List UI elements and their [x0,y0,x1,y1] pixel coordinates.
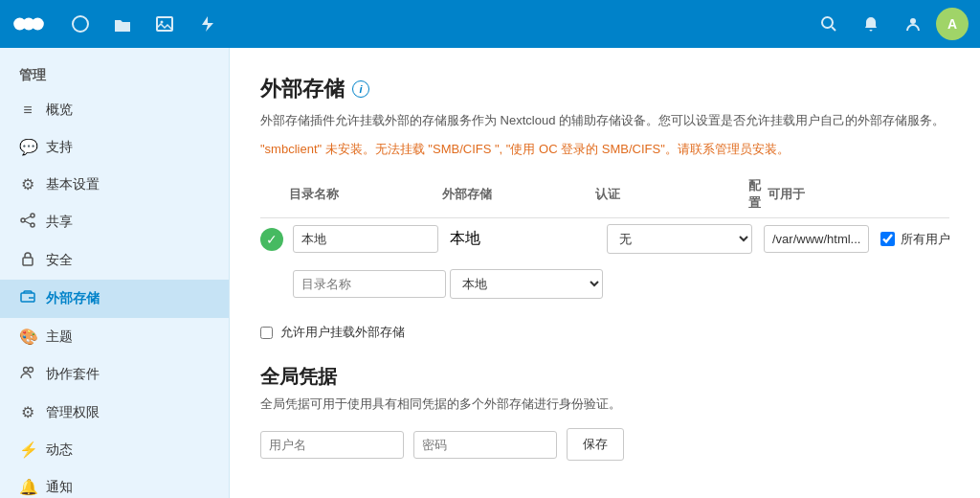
global-credentials-title: 全局凭据 [260,364,949,390]
overview-icon: ≡ [19,102,36,119]
topnav: A [0,0,980,48]
new-row-name-input[interactable] [293,270,446,298]
new-row-storage-select[interactable]: 本地 [450,269,603,299]
sidebar-item-external-storage[interactable]: 外部存储 [0,280,229,318]
global-credentials-desc: 全局凭据可用于使用具有相同凭据的多个外部存储进行身份验证。 [260,396,949,413]
sidebar-item-label: 主题 [46,328,73,346]
sidebar-item-groupware[interactable]: 协作套件 [0,355,229,394]
svg-line-13 [25,221,31,224]
credentials-save-button[interactable]: 保存 [567,428,624,461]
sidebar-section-title: 管理 [0,56,229,92]
activity-icon: ⚡ [19,441,36,459]
credentials-row: 保存 [260,428,949,461]
row-avail[interactable]: 所有用户 [880,231,980,248]
layout: 管理 ≡ 概览 💬 支持 ⚙ 基本设置 共享 安全 [0,48,980,498]
sidebar-item-activity[interactable]: ⚡ 动态 [0,431,229,468]
contacts-icon[interactable] [894,5,932,43]
col-header-storage: 外部存储 [442,186,595,203]
svg-line-7 [832,27,835,31]
share-icon [19,213,36,232]
theme-icon: 🎨 [19,328,36,346]
sidebar-item-basic-settings[interactable]: ⚙ 基本设置 [0,166,229,203]
row-auth[interactable]: 无 [607,224,760,254]
svg-point-11 [31,223,34,227]
sidebar-item-security[interactable]: 安全 [0,241,229,280]
topnav-right: A [810,5,969,43]
search-icon[interactable] [810,5,848,43]
row-name-input[interactable] [293,225,438,253]
topnav-app-icons [61,5,810,43]
avatar[interactable]: A [936,8,969,40]
sidebar-item-label: 共享 [46,214,73,231]
svg-point-8 [910,18,916,24]
sidebar: 管理 ≡ 概览 💬 支持 ⚙ 基本设置 共享 安全 [0,48,230,498]
allow-external-storage-checkbox[interactable] [260,327,273,339]
row-storage-label: 本地 [450,230,480,246]
row-storage: 本地 [450,229,603,249]
nav-flash-icon[interactable] [188,5,226,43]
svg-point-16 [24,368,29,373]
col-header-auth: 认证 [595,186,748,203]
svg-line-12 [25,216,31,219]
sidebar-item-label: 安全 [46,252,73,269]
row-config[interactable]: /var/www/html... [764,225,877,253]
notifications-icon: 🔔 [19,478,36,496]
table-header: 目录名称 外部存储 认证 配置 可用于 [260,177,949,218]
admin-icon: ⚙ [19,403,36,421]
sidebar-item-overview[interactable]: ≡ 概览 [0,92,229,128]
new-row-name[interactable] [293,270,446,298]
notification-icon[interactable] [852,5,890,43]
col-header-name: 目录名称 [289,186,442,203]
global-credentials-section: 全局凭据 全局凭据可用于使用具有相同凭据的多个外部存储进行身份验证。 保存 [260,364,949,461]
groupware-icon [19,365,36,384]
external-storage-icon [19,289,36,308]
row-avail-label: 所有用户 [901,231,950,248]
row-name[interactable] [293,225,446,253]
sidebar-item-label: 协作套件 [46,366,100,383]
svg-rect-14 [23,258,33,265]
row-status: ✓ [260,228,289,251]
allow-external-storage-label: 允许用户挂载外部存储 [280,324,405,341]
svg-point-9 [21,218,25,222]
sidebar-item-label: 通知 [46,479,73,496]
svg-point-2 [32,18,44,31]
row-avail-checkbox[interactable] [880,232,895,246]
col-header-config: 配置 [748,177,768,212]
sidebar-item-label: 基本设置 [46,176,100,193]
table-new-row: 本地 [260,263,949,305]
nav-folder-icon[interactable] [103,5,142,43]
credentials-password-input[interactable] [413,431,557,459]
sidebar-item-sharing[interactable]: 共享 [0,203,229,241]
col-header-avail: 可用于 [768,186,892,203]
sidebar-item-admin-rights[interactable]: ⚙ 管理权限 [0,394,229,431]
sidebar-item-label: 概览 [46,102,73,119]
page-title: 外部存储 i [260,75,949,103]
sidebar-item-support[interactable]: 💬 支持 [0,128,229,166]
sidebar-item-label: 管理权限 [46,404,100,421]
credentials-username-input[interactable] [260,431,404,459]
sidebar-item-themes[interactable]: 🎨 主题 [0,318,229,355]
logo[interactable] [11,12,46,35]
storage-table: 目录名称 外部存储 认证 配置 可用于 ✓ 本地 [260,177,949,305]
new-row-storage[interactable]: 本地 [450,269,603,299]
status-ok-icon: ✓ [260,228,283,251]
info-icon[interactable]: i [352,80,369,98]
nav-circle-icon[interactable] [61,5,100,43]
sidebar-item-label: 外部存储 [46,290,100,307]
lock-icon [19,251,36,270]
main-content: 外部存储 i 外部存储插件允许挂载外部的存储服务作为 Nextcloud 的辅助… [230,48,980,498]
settings-icon: ⚙ [19,175,36,193]
svg-point-17 [29,368,33,373]
svg-point-6 [822,17,833,28]
warning-text: "smbclient" 未安装。无法挂载 "SMB/CIFS ", "使用 OC… [260,140,949,159]
nav-image-icon[interactable] [145,5,184,43]
row-auth-select[interactable]: 无 [607,224,752,254]
svg-point-3 [73,16,88,32]
row-config-path[interactable]: /var/www/html... [764,225,869,253]
allow-external-storage-row[interactable]: 允许用户挂载外部存储 [260,324,949,341]
svg-point-10 [31,214,34,217]
table-row: ✓ 本地 无 /var/www/html... [260,218,949,260]
sidebar-item-notifications[interactable]: 🔔 通知 [0,468,229,498]
page-description: 外部存储插件允许挂载外部的存储服务作为 Nextcloud 的辅助存储设备。您可… [260,111,949,130]
sidebar-item-label: 支持 [46,139,73,156]
